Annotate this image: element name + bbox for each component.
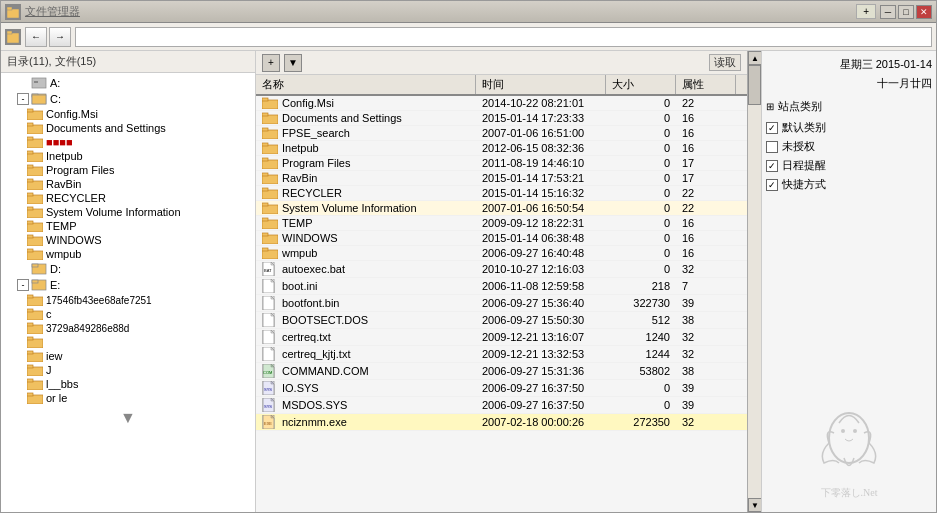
file-row[interactable]: System Volume Information 2007-01-06 16:… — [256, 201, 747, 216]
forward-button[interactable]: → — [49, 27, 71, 47]
back-button[interactable]: ← — [25, 27, 47, 47]
file-row[interactable]: RavBin 2015-01-14 17:53:21 0 17 — [256, 171, 747, 186]
scroll-thumb[interactable] — [748, 65, 761, 105]
minimize-button[interactable]: ─ — [880, 5, 896, 19]
scroll-up-btn[interactable]: ▲ — [748, 51, 762, 65]
new-tab-btn[interactable]: + — [856, 4, 876, 19]
svg-rect-60 — [262, 158, 268, 161]
svg-rect-59 — [262, 160, 278, 169]
tree-item-c[interactable]: - C: — [3, 91, 253, 107]
col-header-size[interactable]: 大小 — [606, 75, 676, 94]
left-header: 目录(11), 文件(15) — [1, 51, 255, 73]
tree-item-e1[interactable]: 17546fb43ee68afe7251 — [3, 293, 253, 307]
file-row[interactable]: certreq.txt 2009-12-21 13:16:07 1240 32 — [256, 329, 747, 346]
svg-rect-26 — [27, 221, 33, 224]
tree-item-config-msi[interactable]: Config.Msi — [3, 107, 253, 121]
svg-rect-16 — [27, 151, 33, 154]
checkbox-icon-3: ✓ — [766, 160, 778, 172]
file-list-scrollbar[interactable]: ▲ ▼ — [747, 51, 761, 512]
category-item-default[interactable]: ✓ 默认类别 — [766, 118, 932, 137]
tree-item-temp[interactable]: TEMP — [3, 219, 253, 233]
file-panel-header: + ▼ 读取 — [256, 51, 747, 75]
file-size-cell: 0 — [606, 97, 676, 109]
svg-rect-5 — [34, 81, 38, 83]
svg-rect-45 — [27, 367, 43, 376]
tree-item-windows[interactable]: WINDOWS — [3, 233, 253, 247]
file-row[interactable]: SYS IO.SYS 2006-09-27 16:37:50 0 39 — [256, 380, 747, 397]
tree-item-e4[interactable] — [3, 335, 253, 349]
category-label-4: 快捷方式 — [782, 177, 826, 192]
file-row[interactable]: SYS MSDOS.SYS 2006-09-27 16:37:50 0 39 — [256, 397, 747, 414]
tree-item-docs[interactable]: Documents and Settings — [3, 121, 253, 135]
file-name-cell: Documents and Settings — [256, 112, 476, 124]
file-row[interactable]: EXE nciznmm.exe 2007-02-18 00:00:26 2723… — [256, 414, 747, 431]
file-row[interactable]: FPSE_search 2007-01-06 16:51:00 0 16 — [256, 126, 747, 141]
col-header-time[interactable]: 时间 — [476, 75, 606, 94]
file-row[interactable]: COM COMMAND.COM 2006-09-27 15:31:36 5380… — [256, 363, 747, 380]
svg-rect-38 — [27, 309, 33, 312]
file-row[interactable]: certreq_kjtj.txt 2009-12-21 13:32:53 124… — [256, 346, 747, 363]
file-row[interactable]: Program Files 2011-08-19 14:46:10 0 17 — [256, 156, 747, 171]
tree-expander-e[interactable]: - — [17, 279, 29, 291]
svg-rect-47 — [27, 381, 43, 390]
tree-item-e3[interactable]: 3729a849286e88d — [3, 321, 253, 335]
file-row[interactable]: Config.Msi 2014-10-22 08:21:01 0 22 — [256, 96, 747, 111]
tree-item-a[interactable]: A: — [3, 75, 253, 91]
tree-item-programfiles[interactable]: Program Files — [3, 163, 253, 177]
file-row[interactable]: RECYCLER 2015-01-14 15:16:32 0 22 — [256, 186, 747, 201]
file-row[interactable]: boot.ini 2006-11-08 12:59:58 218 7 — [256, 278, 747, 295]
file-row[interactable]: wmpub 2006-09-27 16:40:48 0 16 — [256, 246, 747, 261]
category-item-unauth[interactable]: 未授权 — [766, 137, 932, 156]
tree-item-d[interactable]: D: — [3, 261, 253, 277]
file-row[interactable]: bootfont.bin 2006-09-27 15:36:40 322730 … — [256, 295, 747, 312]
tree-item-e[interactable]: - E: — [3, 277, 253, 293]
svg-rect-22 — [27, 193, 33, 196]
svg-rect-42 — [27, 337, 33, 340]
tree-item-sysvolinfo[interactable]: System Volume Information — [3, 205, 253, 219]
svg-rect-54 — [262, 113, 268, 116]
close-button[interactable]: ✕ — [916, 5, 932, 19]
category-item-shortcut[interactable]: ✓ 快捷方式 — [766, 175, 932, 194]
tree-item-wmpub[interactable]: wmpub — [3, 247, 253, 261]
date-line1: 星期三 2015-01-14 — [766, 55, 932, 74]
right-side-panel: 星期三 2015-01-14 十一月廿四 ⊞ 站点类别 ✓ 默认类别 未授权 ✓… — [761, 51, 936, 512]
col-header-name[interactable]: 名称 — [256, 75, 476, 94]
svg-rect-57 — [262, 145, 278, 154]
site-tree-label: 站点类别 — [778, 99, 822, 114]
left-panel: 目录(11), 文件(15) A: - — [1, 51, 256, 512]
view-toggle-btn[interactable]: + — [262, 54, 280, 72]
site-tree-header: ⊞ 站点类别 — [766, 99, 932, 114]
scroll-track[interactable] — [748, 65, 761, 498]
col-header-attr[interactable]: 属性 — [676, 75, 736, 94]
svg-rect-68 — [262, 218, 268, 221]
tree-item-ravbin[interactable]: RavBin — [3, 177, 253, 191]
tree-item-e8[interactable]: or le — [3, 391, 253, 405]
scroll-down-btn[interactable]: ▼ — [748, 498, 762, 512]
svg-rect-25 — [27, 223, 43, 232]
tree-item-redmarked[interactable]: ■■■■ — [3, 135, 253, 149]
maximize-button[interactable]: □ — [898, 5, 914, 19]
svg-rect-61 — [262, 175, 278, 184]
svg-rect-12 — [27, 123, 33, 126]
category-item-schedule[interactable]: ✓ 日程提醒 — [766, 156, 932, 175]
tree-item-e5[interactable]: iew — [3, 349, 253, 363]
tree-item-recycler[interactable]: RECYCLER — [3, 191, 253, 205]
svg-rect-71 — [262, 250, 278, 259]
tree-item-e2[interactable]: c — [3, 307, 253, 321]
tree-item-e6[interactable]: J — [3, 363, 253, 377]
category-label-2: 未授权 — [782, 139, 815, 154]
file-row[interactable]: WINDOWS 2015-01-14 06:38:48 0 16 — [256, 231, 747, 246]
tree-label-e6: J — [46, 364, 52, 376]
tree-item-inetpub[interactable]: Inetpub — [3, 149, 253, 163]
svg-rect-55 — [262, 130, 278, 139]
tree-expander-c[interactable]: - — [17, 93, 29, 105]
file-row[interactable]: Documents and Settings 2015-01-14 17:23:… — [256, 111, 747, 126]
file-row[interactable]: BAT autoexec.bat 2010-10-27 12:16:03 0 3… — [256, 261, 747, 278]
file-row[interactable]: Inetpub 2012-06-15 08:32:36 0 16 — [256, 141, 747, 156]
file-row[interactable]: TEMP 2009-09-12 18:22:31 0 16 — [256, 216, 747, 231]
file-row[interactable]: BOOTSECT.DOS 2006-09-27 15:50:30 512 38 — [256, 312, 747, 329]
tree-item-e7[interactable]: l__bbs — [3, 377, 253, 391]
address-input[interactable] — [75, 27, 932, 47]
view-toggle-btn2[interactable]: ▼ — [284, 54, 302, 72]
svg-rect-62 — [262, 173, 268, 176]
